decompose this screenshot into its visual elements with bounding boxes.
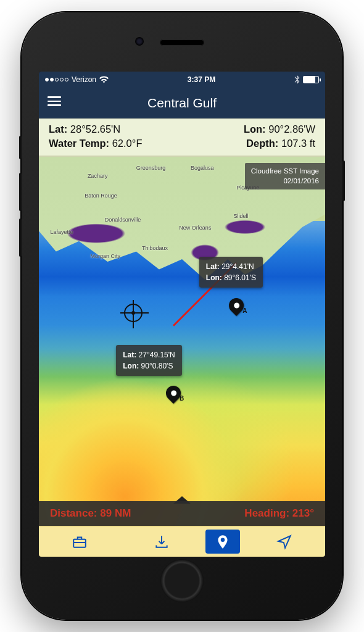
city-label: Zachary [88, 173, 108, 179]
carrier-label: Verizon [72, 75, 96, 84]
signal-dots-icon [45, 78, 68, 81]
city-label: Thibodaux [142, 245, 168, 251]
page-title: Central Gulf [147, 96, 217, 110]
measure-bar: Distance: 89 NM Heading: 213° [39, 501, 325, 526]
distance-readout: Distance: 89 NM [50, 507, 131, 520]
volume-up [19, 173, 22, 211]
lon-readout: Lon: 90°2.86'W [182, 123, 315, 135]
lat-readout: Lat: 28°52.65'N [49, 123, 182, 135]
marker-a[interactable]: A [229, 298, 244, 313]
power-button [342, 160, 345, 201]
marker-a-letter: A [242, 307, 247, 314]
nav-bar: Central Gulf [39, 88, 325, 118]
toolbar [39, 526, 325, 557]
tab-marker[interactable] [205, 530, 240, 554]
phone-frame: Verizon 3:37 PM Central Gulf Lat: 28°52.… [22, 12, 342, 620]
locate-icon [276, 534, 292, 550]
city-label: Greensburg [136, 165, 166, 171]
city-label: Baton Rouge [85, 193, 117, 199]
tab-locate[interactable] [243, 526, 325, 557]
marker-b-letter: B [180, 395, 184, 402]
menu-icon[interactable] [48, 96, 61, 106]
clock: 3:37 PM [188, 75, 215, 84]
city-label: Donaldsonville [105, 217, 141, 223]
city-label: Slidell [234, 213, 249, 219]
heading-readout: Heading: 213° [244, 507, 314, 520]
tab-download[interactable] [121, 526, 203, 557]
svg-rect-1 [74, 539, 86, 547]
city-label: Lafayette [51, 229, 73, 235]
home-button[interactable] [160, 559, 204, 602]
toolbox-icon [72, 534, 88, 550]
wifi-icon [99, 76, 109, 83]
marker-b[interactable]: B [166, 386, 181, 401]
water-temp-readout: Water Temp: 62.0°F [49, 138, 182, 149]
info-panel: Lat: 28°52.65'N Lon: 90°2.86'W Water Tem… [39, 118, 325, 157]
marker-b-tooltip: Lat: 27°49.15'N Lon: 90°0.80'S [116, 345, 181, 376]
bluetooth-icon [294, 75, 300, 84]
map-canvas[interactable]: Baton Rouge New Orleans Lafayette Morgan… [39, 157, 325, 557]
depth-readout: Depth: 107.3 ft [182, 138, 315, 149]
tab-toolbox[interactable] [39, 526, 121, 557]
marker-a-tooltip: Lat: 29°4.41'N Lon: 89°6.01'S [199, 257, 263, 288]
download-icon [154, 534, 170, 550]
mute-switch [19, 136, 22, 159]
layer-badge[interactable]: Cloudfree SST Image 02/01/2016 [245, 163, 325, 189]
screen: Verizon 3:37 PM Central Gulf Lat: 28°52.… [39, 72, 325, 557]
city-label: New Orleans [179, 225, 211, 231]
battery-icon [303, 76, 319, 83]
city-label: Morgan City [91, 253, 121, 259]
marker-icon [215, 534, 231, 550]
status-bar: Verizon 3:37 PM [39, 72, 325, 88]
volume-down [19, 218, 22, 257]
city-label: Bogalusa [191, 165, 214, 171]
crosshair-icon [124, 304, 143, 322]
